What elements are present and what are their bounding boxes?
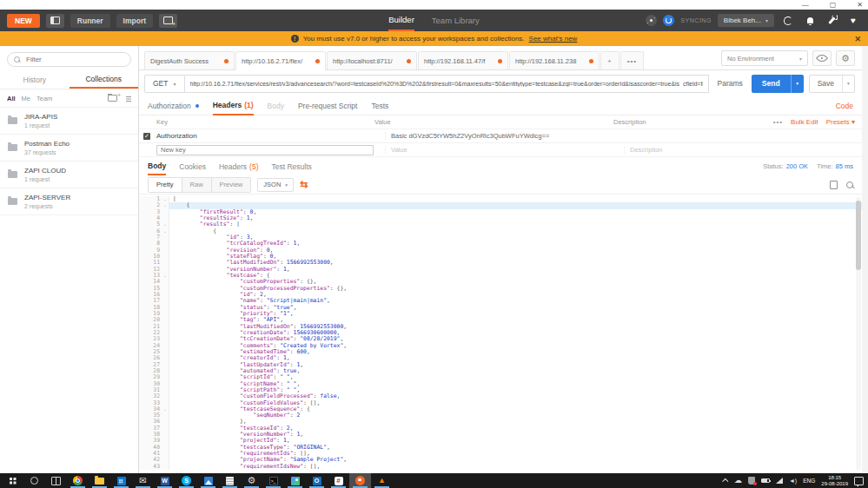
code-text[interactable]: "results": [	[169, 221, 862, 228]
fold-toggle[interactable]	[162, 451, 169, 457]
view-pretty-button[interactable]: Pretty	[149, 178, 182, 192]
fold-toggle[interactable]	[162, 267, 169, 273]
bulk-edit-link[interactable]: Bulk Edit	[791, 118, 818, 126]
vlc-icon-button[interactable]: ▲	[371, 473, 393, 488]
code-text[interactable]: {	[169, 228, 862, 234]
code-text[interactable]: "testcaseType": "ORIGINAL",	[169, 445, 862, 451]
minimize-icon[interactable]: —	[802, 1, 809, 9]
fold-toggle[interactable]	[162, 355, 169, 361]
code-text[interactable]: "resultSize": 1,	[169, 215, 862, 221]
fold-toggle[interactable]	[162, 425, 169, 432]
tab-response-body[interactable]: Body	[148, 157, 166, 175]
mail-icon-button[interactable]: ✉	[132, 473, 154, 488]
new-window-button[interactable]	[159, 14, 177, 28]
code-text[interactable]: "projectId": 1,	[169, 438, 862, 444]
refresh-button[interactable]	[780, 14, 796, 28]
code-text[interactable]: "tag": "API",	[169, 317, 862, 323]
environment-settings-button[interactable]: ⚙	[836, 50, 855, 66]
code-text[interactable]: "customFieldValues": [],	[169, 400, 862, 406]
filter-input[interactable]	[24, 55, 124, 64]
fold-toggle[interactable]	[162, 464, 169, 470]
new-button[interactable]: NEW	[7, 14, 40, 28]
settings-button[interactable]	[824, 14, 839, 28]
fold-toggle[interactable]: -	[162, 196, 169, 202]
code-link[interactable]: Code	[836, 102, 862, 110]
user-menu-button[interactable]: Bibek Beh... ▾	[718, 14, 774, 27]
code-text[interactable]: "scriptId": " ",	[169, 374, 862, 380]
code-text[interactable]: "testcase": {	[169, 273, 862, 279]
code-text[interactable]: "requirementIdsNew": [],	[169, 464, 862, 470]
notepad-icon-button[interactable]	[219, 473, 241, 488]
chrome-icon-button[interactable]	[67, 473, 89, 488]
fold-toggle[interactable]	[162, 292, 169, 298]
code-text[interactable]: "tcCreationDate": "08/28/2019",	[169, 336, 862, 342]
more-tabs-button[interactable]: •••	[620, 51, 644, 69]
code-text[interactable]: "firstResult": 0,	[169, 209, 862, 215]
view-raw-button[interactable]: Raw	[182, 178, 212, 192]
fold-toggle[interactable]	[162, 368, 169, 374]
clock[interactable]: 18:15 29-08-2019	[821, 475, 848, 487]
close-icon[interactable]: ✕	[857, 1, 863, 9]
fold-toggle[interactable]	[162, 286, 169, 292]
onedrive-icon[interactable]: ☁	[734, 477, 742, 485]
code-text[interactable]: "versionNumber": 1,	[169, 267, 862, 273]
word-icon-button[interactable]: W	[154, 473, 176, 488]
collection-item[interactable]: Postman Echo37 requests	[0, 135, 138, 162]
environment-preview-button[interactable]	[812, 50, 832, 66]
format-selector[interactable]: JSON ▾	[257, 178, 294, 192]
fold-toggle[interactable]	[162, 311, 169, 317]
team-library-tab[interactable]: Team Library	[432, 10, 480, 31]
send-button[interactable]: Send ▾	[752, 75, 804, 93]
header-enabled-checkbox[interactable]: ✓	[143, 133, 150, 140]
code-text[interactable]: "stateFlag": 0,	[169, 254, 862, 260]
code-text[interactable]: "name": "Script|main|main",	[169, 298, 862, 304]
fold-toggle[interactable]	[162, 412, 169, 419]
fold-toggle[interactable]	[162, 438, 169, 444]
tab-collections[interactable]: Collections	[70, 71, 139, 89]
fold-toggle[interactable]: -	[162, 228, 169, 234]
tab-body[interactable]: Body	[268, 96, 284, 115]
fold-toggle[interactable]	[162, 393, 169, 399]
skype-icon-button[interactable]: S	[176, 473, 197, 488]
response-scrollbar[interactable]	[856, 197, 861, 471]
url-input[interactable]	[185, 75, 709, 93]
code-text[interactable]: "testcaseSequence": {	[169, 406, 862, 412]
tab-headers[interactable]: Headers (1)	[213, 96, 254, 115]
notification-center-icon[interactable]	[854, 477, 864, 485]
code-text[interactable]: [	[169, 196, 862, 202]
fold-toggle[interactable]	[162, 457, 169, 463]
fold-toggle[interactable]: -	[162, 273, 169, 279]
code-text[interactable]: "lastModifiedOn": 1566992553000,	[169, 260, 862, 266]
battery-icon[interactable]	[761, 478, 770, 483]
collection-item[interactable]: JIRA-APIS1 request	[0, 108, 138, 135]
code-text[interactable]: "priority": "1",	[169, 311, 862, 317]
slack-icon-button[interactable]: #	[328, 473, 349, 488]
tab-pre-request-script[interactable]: Pre-request Script	[298, 96, 358, 115]
code-text[interactable]: "customProperties": {},	[169, 279, 862, 285]
fold-toggle[interactable]	[162, 260, 169, 266]
tab-response-cookies[interactable]: Cookies	[179, 157, 206, 175]
code-text[interactable]: "comments": "Created by Vortex",	[169, 343, 862, 349]
paint-icon-button[interactable]	[284, 473, 306, 488]
settings-icon-button[interactable]: ⚙	[241, 473, 262, 488]
fold-toggle[interactable]	[162, 387, 169, 393]
security-alert-icon[interactable]	[748, 477, 755, 485]
tray-expand-icon[interactable]	[722, 478, 728, 485]
code-text[interactable]: "customProcessedProperties": {},	[169, 286, 862, 292]
code-text[interactable]: "creationDate": 1566930600000,	[169, 330, 862, 336]
code-text[interactable]: "id": 3,	[169, 234, 862, 241]
collection-item[interactable]: ZAPI CLOUD1 request	[0, 162, 138, 188]
fold-toggle[interactable]	[162, 432, 169, 438]
tab-tests[interactable]: Tests	[371, 96, 388, 115]
notifications-button[interactable]	[802, 14, 818, 28]
fold-toggle[interactable]	[162, 305, 169, 311]
fold-toggle[interactable]	[162, 336, 169, 342]
terminal-icon-button[interactable]: >_	[262, 473, 284, 488]
network-icon[interactable]	[776, 478, 783, 484]
collection-item[interactable]: ZAPI-SERVER2 requests	[0, 188, 138, 215]
code-text[interactable]: "status": "true",	[169, 305, 862, 311]
new-value-placeholder[interactable]: Value	[391, 146, 407, 154]
fold-toggle[interactable]	[162, 400, 169, 406]
header-value[interactable]: Basic dGVzdC5tYW5hZ2VyOnRlc3QubWFuYWdlcg…	[385, 132, 624, 140]
fold-toggle[interactable]	[162, 247, 169, 254]
